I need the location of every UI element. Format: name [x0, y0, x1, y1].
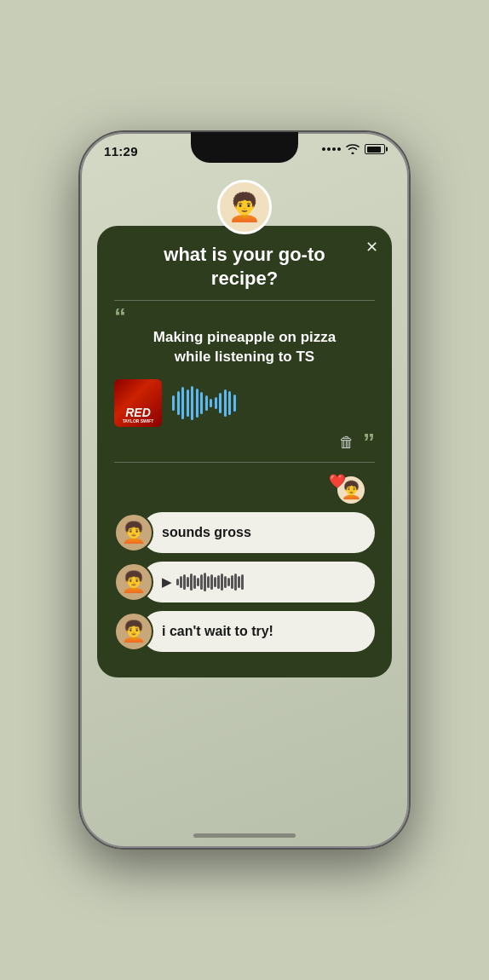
comment-avatar-2: 🧑‍🦱 — [114, 562, 153, 602]
card-body-text: Making pineapple on pizza while listenin… — [114, 328, 375, 367]
home-indicator — [193, 833, 296, 838]
reaction-row: ❤️ 🧑‍🦱 — [114, 475, 375, 505]
album-art: RED TAYLOR SWIFT — [114, 379, 162, 427]
heart-reaction: ❤️ — [329, 473, 346, 489]
status-bar: 11:29 — [80, 132, 409, 175]
comment-row-3: 🧑‍🦱 i can't wait to try! — [114, 611, 375, 652]
comment-text-3: i can't wait to try! — [162, 624, 273, 639]
delete-icon[interactable]: 🗑 — [339, 434, 354, 452]
card-divider-bottom — [114, 462, 375, 463]
wifi-icon — [346, 144, 360, 154]
album-red-label: RED — [125, 406, 151, 418]
main-card: ✕ what is your go-to recipe? “ Making pi… — [97, 226, 392, 677]
card-actions: 🗑 ” — [114, 434, 375, 452]
audio-waveform[interactable] — [172, 386, 236, 420]
comment-bubble: sounds gross — [141, 512, 375, 553]
comment-avatar: 🧑‍🦱 — [114, 513, 153, 552]
phone-frame: 11:29 🧑‍🦱 ✕ — [78, 130, 411, 850]
play-icon[interactable]: ▶ — [162, 575, 171, 589]
album-artist-label: TAYLOR SWIFT — [123, 418, 154, 424]
card-title: what is your go-to recipe? — [114, 243, 375, 290]
status-time: 11:29 — [104, 144, 138, 159]
card-divider-top — [114, 300, 375, 301]
phone-content: 🧑‍🦱 ✕ what is your go-to recipe? “ Makin… — [80, 175, 409, 848]
top-avatar: 🧑‍🦱 — [217, 180, 272, 234]
audio-waveform-small — [176, 572, 244, 592]
music-player: RED TAYLOR SWIFT — [114, 379, 375, 427]
audio-player[interactable]: ▶ — [162, 572, 244, 592]
signal-icon — [322, 147, 341, 151]
comment-row-audio: 🧑‍🦱 ▶ — [114, 562, 375, 602]
comment-bubble-3: i can't wait to try! — [141, 611, 375, 652]
status-icons — [322, 144, 385, 154]
comment-row: 🧑‍🦱 sounds gross — [114, 512, 375, 553]
battery-icon — [365, 144, 385, 154]
comment-text: sounds gross — [162, 525, 251, 540]
comment-bubble-audio[interactable]: ▶ — [141, 562, 375, 602]
quote-open: “ — [114, 311, 375, 323]
comment-avatar-3: 🧑‍🦱 — [114, 612, 153, 651]
close-button[interactable]: ✕ — [365, 238, 378, 257]
quote-close: ” — [363, 436, 375, 448]
